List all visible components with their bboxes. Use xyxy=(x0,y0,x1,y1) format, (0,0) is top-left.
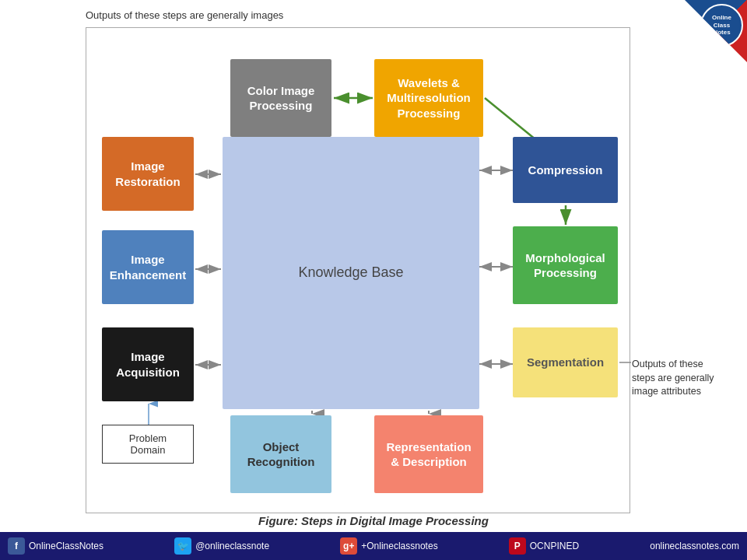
compression-box: Compression xyxy=(513,137,618,203)
image-acquisition-label: Image Acquisition xyxy=(116,349,180,380)
footer-googleplus[interactable]: g+ +Onlineclassnotes xyxy=(340,537,437,555)
wavelets-label: Wavelets & Multiresolution Processing xyxy=(387,75,471,121)
corner-badge: OnlineClassNotes xyxy=(685,0,747,62)
footer-website: onlineclassnotes.com xyxy=(650,541,739,551)
image-restoration-box: Image Restoration xyxy=(102,137,194,211)
top-annotation: Outputs of these steps are generally ima… xyxy=(86,9,283,21)
color-image-processing-box: Color Image Processing xyxy=(230,59,331,137)
googleplus-icon: g+ xyxy=(340,537,357,555)
object-recognition-box: Object Recognition xyxy=(230,415,331,493)
image-acquisition-box: Image Acquisition xyxy=(102,327,194,401)
facebook-icon: f xyxy=(8,537,25,555)
color-image-processing-label: Color Image Processing xyxy=(247,83,315,114)
footer-facebook[interactable]: f OnlineClassNotes xyxy=(8,537,103,555)
diagram-box: Knowledge Base Color Image Processing Wa… xyxy=(86,27,630,513)
footer: f OnlineClassNotes 🐦 @onlineclassnote g+… xyxy=(0,532,747,560)
footer-facebook-label: OnlineClassNotes xyxy=(29,541,103,551)
segmentation-box: Segmentation xyxy=(513,327,618,397)
object-recognition-label: Object Recognition xyxy=(247,439,315,470)
representation-label: Representation & Description xyxy=(386,439,471,470)
problem-domain-box: Problem Domain xyxy=(102,425,194,464)
representation-box: Representation & Description xyxy=(374,415,483,493)
footer-website-label: onlineclassnotes.com xyxy=(650,541,739,551)
figure-caption: Figure: Steps in Digital Image Processin… xyxy=(0,514,747,527)
segmentation-label: Segmentation xyxy=(527,355,604,370)
problem-domain-label: Problem Domain xyxy=(129,432,167,456)
morphological-label: Morphological Processing xyxy=(525,250,605,281)
main-container: OnlineClassNotes Outputs of these steps … xyxy=(0,0,747,560)
badge-text: OnlineClassNotes xyxy=(712,14,731,37)
knowledge-base: Knowledge Base xyxy=(223,137,479,409)
twitter-icon: 🐦 xyxy=(174,537,191,555)
wavelets-box: Wavelets & Multiresolution Processing xyxy=(374,59,483,137)
morphological-box: Morphological Processing xyxy=(513,226,618,304)
footer-twitter-label: @onlineclassnote xyxy=(195,541,269,551)
image-restoration-label: Image Restoration xyxy=(115,159,180,189)
corner-badge-inner: OnlineClassNotes xyxy=(700,4,743,47)
footer-pinterest-label: OCNPINED xyxy=(530,541,579,551)
footer-twitter[interactable]: 🐦 @onlineclassnote xyxy=(174,537,269,555)
compression-label: Compression xyxy=(528,163,603,178)
pinterest-icon: P xyxy=(509,537,526,555)
footer-pinterest[interactable]: P OCNPINED xyxy=(509,537,579,555)
footer-googleplus-label: +Onlineclassnotes xyxy=(361,541,437,551)
right-annotation: Outputs of these steps are generally ima… xyxy=(632,358,725,399)
image-enhancement-box: Image Enhancement xyxy=(102,230,194,304)
image-enhancement-label: Image Enhancement xyxy=(110,252,186,282)
